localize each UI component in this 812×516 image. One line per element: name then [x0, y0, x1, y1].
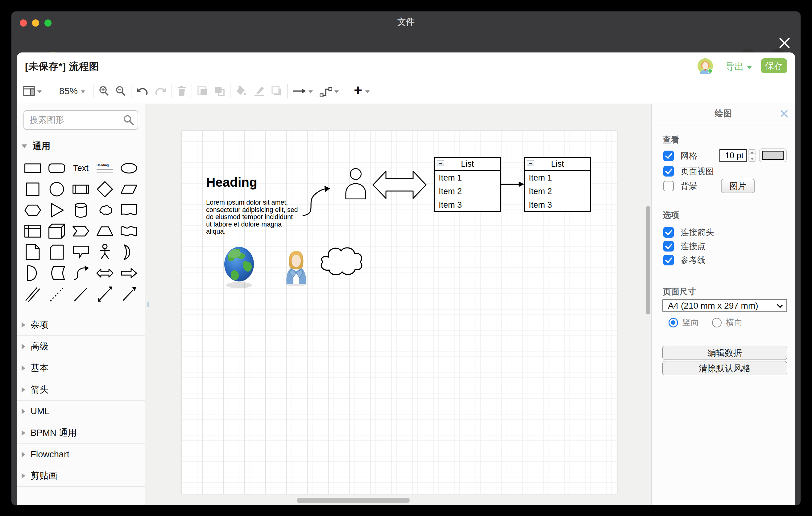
document-title[interactable]: [未保存*] 流程图	[25, 60, 99, 74]
shape-step[interactable]	[69, 221, 93, 242]
shape-square[interactable]	[21, 179, 45, 200]
double-arrow-shape[interactable]	[372, 168, 427, 202]
shape-circle[interactable]	[45, 179, 69, 200]
sidebar-section-arrows[interactable]: 箭头	[17, 379, 145, 400]
collapse-icon[interactable]	[437, 160, 444, 166]
panel-close-icon[interactable]	[780, 109, 789, 118]
list-item[interactable]: Item 1	[435, 171, 500, 184]
background-image-button[interactable]: 图片	[721, 179, 755, 193]
shape-trapezoid[interactable]	[93, 221, 117, 242]
shape-cloud[interactable]	[93, 200, 117, 221]
shape-note[interactable]	[21, 242, 45, 263]
chevron-down-icon[interactable]	[309, 90, 313, 93]
edit-data-button[interactable]: 编辑数据	[662, 346, 787, 360]
list-title-bar[interactable]: List	[525, 158, 590, 171]
shape-actor[interactable]	[93, 242, 117, 263]
chevron-down-icon[interactable]	[335, 90, 339, 93]
shape-and[interactable]	[21, 263, 45, 284]
shape-text[interactable]: Text	[69, 158, 93, 179]
shape-dashed-line[interactable]	[45, 284, 69, 305]
shape-hexagon[interactable]	[21, 200, 45, 221]
fill-color-button[interactable]	[235, 83, 247, 99]
person-shape[interactable]	[344, 168, 367, 200]
sidebar-section-bpmn[interactable]: BPMN 通用	[17, 422, 145, 443]
list-title-bar[interactable]: List	[435, 158, 500, 171]
shape-ellipse[interactable]	[117, 158, 141, 179]
clear-default-style-button[interactable]: 清除默认风格	[662, 361, 787, 375]
globe-image[interactable]	[224, 245, 256, 289]
shadow-button[interactable]	[271, 83, 282, 99]
shape-or[interactable]	[117, 242, 141, 263]
connection-arrows-checkbox[interactable]	[663, 227, 674, 238]
chevron-down-icon[interactable]	[81, 90, 85, 93]
export-button[interactable]: 导出	[725, 60, 752, 73]
shape-rectangle[interactable]	[21, 158, 45, 179]
canvas-paragraph-text[interactable]: Lorem ipsum dolor sit amet, consectetur …	[206, 199, 299, 235]
zoom-level[interactable]: 85%	[59, 83, 78, 99]
close-editor-icon[interactable]	[777, 35, 792, 50]
cloud-shape[interactable]	[317, 243, 365, 281]
chevron-down-icon[interactable]	[37, 90, 42, 93]
to-front-button[interactable]	[197, 83, 208, 99]
grid-size-input[interactable]	[720, 149, 747, 162]
shape-bidirectional-arrow[interactable]	[93, 263, 117, 284]
shape-tape[interactable]	[117, 221, 141, 242]
to-back-button[interactable]	[214, 83, 225, 99]
sidebar-section-clipart[interactable]: 剪贴画	[17, 465, 145, 487]
zoom-in-button[interactable]	[98, 83, 110, 99]
businesswoman-image[interactable]	[284, 249, 308, 287]
list-shape[interactable]: List Item 1 Item 2 Item 3	[434, 157, 501, 212]
connector-arrow[interactable]	[500, 184, 519, 185]
redo-button[interactable]	[154, 83, 167, 99]
shape-curve[interactable]	[69, 263, 93, 284]
shape-internal-storage[interactable]	[21, 221, 45, 242]
titlebar[interactable]: 文件	[11, 11, 801, 32]
stepper-down-icon[interactable]	[748, 156, 756, 162]
sidebar-section-flowchart[interactable]: Flowchart	[17, 443, 145, 465]
sidebar-section-advanced[interactable]: 高级	[17, 336, 145, 357]
list-item[interactable]: Item 3	[435, 198, 500, 211]
sidebar-resize-handle[interactable]: ‖	[146, 301, 150, 309]
shape-bidirectional-connector[interactable]	[93, 284, 117, 305]
shape-arrow[interactable]	[117, 263, 141, 284]
list-shape[interactable]: List Item 1 Item 2 Item 3	[524, 157, 591, 212]
sidebar-section-misc[interactable]: 杂项	[17, 314, 145, 336]
page-size-select[interactable]: A4 (210 mm x 297 mm)	[662, 299, 787, 312]
shape-cube[interactable]	[45, 221, 69, 242]
curved-arrow-shape[interactable]	[302, 185, 331, 217]
chevron-down-icon[interactable]	[365, 90, 370, 93]
guides-checkbox[interactable]	[663, 255, 674, 265]
list-item[interactable]: Item 3	[525, 198, 590, 211]
zoom-out-button[interactable]	[115, 83, 126, 99]
connection-points-checkbox[interactable]	[663, 241, 674, 252]
canvas-heading-text[interactable]: Heading	[206, 175, 257, 190]
grid-color-swatch[interactable]	[759, 148, 787, 162]
save-button[interactable]: 保存	[761, 58, 787, 73]
shape-data-storage[interactable]	[45, 263, 69, 284]
list-item[interactable]: Item 2	[435, 184, 500, 198]
shape-card[interactable]	[45, 242, 69, 263]
shape-cylinder[interactable]	[69, 200, 93, 221]
shape-link[interactable]	[21, 284, 45, 305]
avatar[interactable]	[698, 58, 713, 74]
grid-checkbox[interactable]	[663, 151, 674, 161]
shape-callout[interactable]	[69, 242, 93, 263]
connection-arrow-style-button[interactable]	[292, 83, 306, 99]
vertical-scrollbar[interactable]	[646, 206, 650, 314]
list-item[interactable]: Item 2	[525, 184, 590, 198]
shape-textbox[interactable]: Heading	[93, 158, 117, 179]
view-panels-button[interactable]	[23, 83, 35, 99]
shape-directional-connector[interactable]	[117, 284, 141, 305]
insert-button[interactable]: +	[354, 82, 362, 98]
diagram-canvas[interactable]: Heading Lorem ipsum dolor sit amet, cons…	[145, 104, 651, 505]
shape-line[interactable]	[69, 284, 93, 305]
sidebar-section-uml[interactable]: UML	[17, 400, 145, 422]
line-color-button[interactable]	[253, 83, 265, 99]
shape-diamond[interactable]	[93, 179, 117, 200]
shape-rounded-rectangle[interactable]	[45, 158, 69, 179]
search-input[interactable]	[24, 110, 138, 130]
shape-process[interactable]	[69, 179, 93, 200]
background-checkbox[interactable]	[663, 181, 674, 191]
collapse-icon[interactable]	[527, 160, 534, 166]
stepper-up-icon[interactable]	[748, 149, 756, 155]
